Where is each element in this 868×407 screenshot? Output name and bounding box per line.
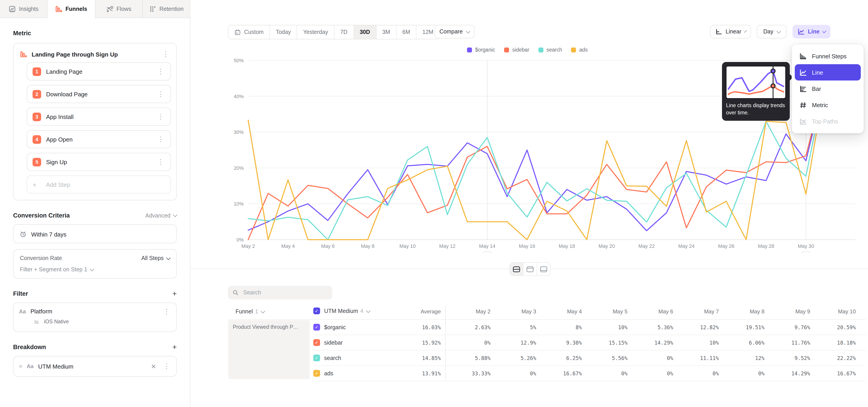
column-header-date: May 8 bbox=[719, 308, 765, 315]
funnel-kebab-icon[interactable]: ⋮ bbox=[161, 52, 170, 57]
layout-split-button[interactable] bbox=[510, 263, 524, 275]
cell-value: 0% bbox=[441, 339, 491, 346]
step-number-badge: 5 bbox=[33, 158, 41, 166]
table-row-organic[interactable]: ✓$organic16.03%2.63%5%8%10%5.36%12.82%19… bbox=[313, 320, 866, 335]
table-search bbox=[228, 286, 332, 300]
menu-item-label: Line bbox=[812, 69, 823, 76]
cell-value: 16.67% bbox=[810, 370, 856, 376]
chevron-down-icon bbox=[366, 308, 370, 313]
menu-item-line[interactable]: Line bbox=[795, 64, 861, 81]
remove-breakdown-icon[interactable]: ✕ bbox=[149, 363, 158, 370]
breakdown-property[interactable]: UTM Medium bbox=[38, 363, 145, 370]
filter-value[interactable]: iOS Native bbox=[44, 319, 69, 325]
cell-value: 5.56% bbox=[582, 355, 627, 361]
conversion-criteria-heading: Conversion Criteria bbox=[13, 212, 70, 219]
conversion-rate-dropdown[interactable]: All Steps bbox=[141, 255, 170, 261]
svg-text:0%: 0% bbox=[237, 237, 244, 243]
step-kebab-icon[interactable]: ⋮ bbox=[156, 160, 165, 164]
cell-average: 14.85% bbox=[395, 355, 441, 361]
row-checkbox[interactable]: ✓ bbox=[313, 339, 320, 346]
layout-table-button[interactable] bbox=[537, 263, 550, 275]
tab-funnels[interactable]: Funnels bbox=[48, 0, 95, 18]
svg-text:May 10: May 10 bbox=[399, 243, 416, 249]
step-kebab-icon[interactable]: ⋮ bbox=[156, 115, 165, 119]
cell-value: 18.18% bbox=[810, 339, 856, 346]
row-name-cell: ✓$organic bbox=[313, 324, 395, 331]
tab-retention[interactable]: Retention bbox=[143, 0, 190, 18]
column-header-date: May 10 bbox=[810, 308, 856, 315]
search-icon bbox=[232, 289, 239, 296]
cell-value: 12% bbox=[719, 355, 765, 361]
row-checkbox[interactable]: ✓ bbox=[313, 324, 320, 331]
funnel-step-3[interactable]: 3App Install⋮ bbox=[27, 107, 171, 126]
svg-text:May 6: May 6 bbox=[321, 243, 335, 249]
filter-kebab-icon[interactable]: ⋮ bbox=[162, 309, 171, 314]
select-all-checkbox[interactable]: ✓ bbox=[313, 308, 320, 314]
advanced-dropdown[interactable]: Advanced bbox=[145, 212, 177, 219]
sidebar-scroll[interactable]: Metric Landing Page through Sign Up ⋮ 1L… bbox=[0, 18, 190, 407]
line-chart: 0%10%20%30%40%50%May 2May 4May 6May 8May… bbox=[190, 0, 868, 253]
funnel-title: Landing Page through Sign Up bbox=[32, 51, 157, 58]
search-input[interactable] bbox=[242, 289, 328, 296]
tab-insights[interactable]: Insights bbox=[0, 0, 48, 18]
menu-item-funnel-steps[interactable]: Funnel Steps bbox=[795, 48, 861, 64]
tooltip-chart-thumbnail bbox=[725, 66, 786, 99]
step-kebab-icon[interactable]: ⋮ bbox=[156, 137, 165, 142]
table-row-group[interactable]: Product Viewed through P… bbox=[228, 320, 310, 379]
menu-item-bar[interactable]: Bar bbox=[795, 81, 861, 97]
add-breakdown-button[interactable]: + bbox=[172, 344, 177, 350]
cell-value: 14.29% bbox=[765, 370, 810, 376]
row-checkbox[interactable]: ✓ bbox=[313, 370, 320, 377]
funnel-title-row[interactable]: Landing Page through Sign Up ⋮ bbox=[19, 49, 171, 62]
step-kebab-icon[interactable]: ⋮ bbox=[156, 92, 165, 96]
filter-segment-dropdown[interactable]: Filter + Segment on Step 1 bbox=[20, 267, 170, 273]
funnel-step-2[interactable]: 2Download Page⋮ bbox=[27, 85, 171, 103]
drag-handle-icon[interactable]: ≡ bbox=[19, 363, 22, 370]
funnel-step-1[interactable]: 1Landing Page⋮ bbox=[27, 62, 171, 81]
row-name-cell: ✓sidebar bbox=[313, 339, 395, 346]
cell-average: 15.92% bbox=[395, 339, 441, 346]
breakdown-column-dropdown[interactable]: ✓ UTM Medium4 bbox=[313, 308, 370, 314]
funnel-steps-list: 1Landing Page⋮2Download Page⋮3App Instal… bbox=[27, 62, 171, 171]
tab-flows[interactable]: Flows bbox=[95, 0, 143, 18]
menu-item-label: Bar bbox=[812, 85, 821, 92]
menu-item-label: Funnel Steps bbox=[812, 53, 846, 60]
step-kebab-icon[interactable]: ⋮ bbox=[156, 69, 165, 74]
menu-item-top-paths: Top Paths bbox=[795, 113, 861, 129]
filter-operator[interactable]: Is bbox=[34, 319, 39, 325]
string-property-icon: Aa bbox=[27, 363, 34, 370]
cell-value: 5.36% bbox=[627, 324, 673, 330]
breakdown-kebab-icon[interactable]: ⋮ bbox=[162, 364, 171, 369]
add-filter-button[interactable]: + bbox=[172, 290, 177, 297]
row-name-cell: ✓ads bbox=[313, 370, 395, 377]
funnel-column-dropdown[interactable]: Funnel1 bbox=[236, 308, 265, 315]
funnels-icon bbox=[55, 5, 62, 12]
cell-value: 12.9% bbox=[491, 339, 536, 346]
cell-value: 15.15% bbox=[582, 339, 627, 346]
table-row-sidebar[interactable]: ✓sidebar15.92%0%12.9%9.38%15.15%14.29%10… bbox=[313, 335, 866, 350]
row-checkbox[interactable]: ✓ bbox=[313, 354, 320, 361]
report-tabs: InsightsFunnelsFlowsRetention bbox=[0, 0, 190, 18]
chevron-down-icon bbox=[260, 309, 265, 313]
step-label: App Install bbox=[46, 113, 151, 120]
svg-text:May 18: May 18 bbox=[559, 243, 575, 249]
chart-type-menu: Funnel StepsLineBarMetricTop Paths bbox=[792, 44, 864, 133]
table-row-ads[interactable]: ✓ads13.91%33.33%0%16.67%0%0%0%0%14.29%16… bbox=[313, 366, 866, 381]
add-step-button[interactable]: + Add Step bbox=[27, 176, 171, 193]
sidebar: InsightsFunnelsFlowsRetention Metric Lan… bbox=[0, 0, 190, 407]
cell-value: 5% bbox=[491, 324, 536, 330]
funnel-step-5[interactable]: 5Sign Up⋮ bbox=[27, 153, 171, 171]
funnel-step-4[interactable]: 4App Open⋮ bbox=[27, 130, 171, 148]
layout-chart-button[interactable] bbox=[524, 263, 537, 275]
conversion-rate-card: Conversion Rate All Steps Filter + Segme… bbox=[13, 249, 177, 279]
table-row-search[interactable]: ✓search14.85%5.88%5.26%6.25%5.56%0%11.11… bbox=[313, 350, 866, 366]
menu-item-metric[interactable]: Metric bbox=[795, 97, 861, 113]
cell-value: 0% bbox=[582, 370, 627, 376]
conversion-window-card[interactable]: Within 7 days bbox=[13, 224, 177, 243]
column-header-average[interactable]: Average bbox=[395, 308, 441, 315]
cell-value: 0% bbox=[627, 370, 673, 376]
flows-icon bbox=[106, 5, 114, 12]
step-label: App Open bbox=[46, 136, 151, 143]
breakdown-card: ≡ Aa UTM Medium ✕ ⋮ bbox=[13, 356, 177, 377]
filter-property[interactable]: Platform bbox=[31, 308, 158, 315]
